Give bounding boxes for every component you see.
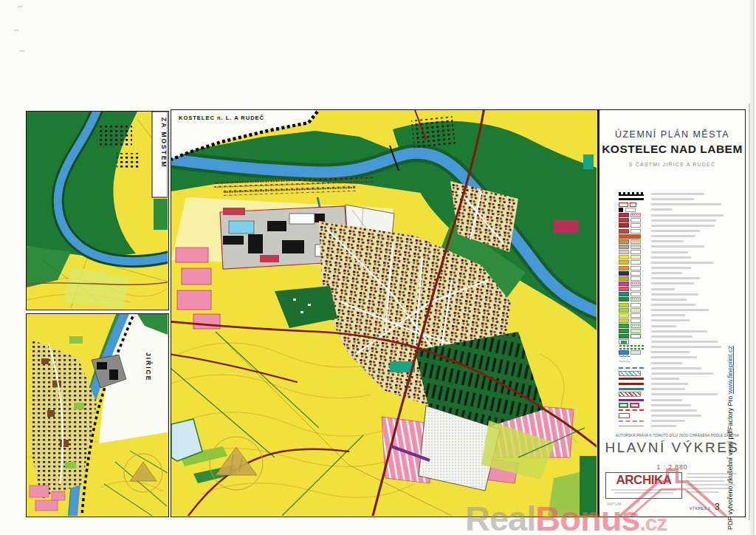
legend-swatch bbox=[630, 229, 641, 234]
fineprint-link[interactable]: www.fineprint.cz bbox=[726, 346, 734, 394]
scan-artifact bbox=[19, 50, 24, 52]
legend-swatch bbox=[630, 213, 641, 217]
legend-swatch bbox=[630, 313, 641, 318]
legend-item bbox=[619, 239, 724, 244]
pdf-note-text: PDF vytvořeno zkušební verzí pdfFactory … bbox=[726, 394, 734, 530]
legend-swatch bbox=[630, 287, 641, 291]
archika-logo: ARCHIKA bbox=[606, 473, 681, 488]
legend-label-smudge bbox=[651, 409, 697, 412]
legend-item bbox=[619, 386, 724, 392]
legend-label-smudge bbox=[651, 309, 709, 311]
legend-swatch bbox=[619, 324, 629, 328]
legend-item bbox=[619, 413, 724, 418]
legend-swatch bbox=[619, 399, 644, 401]
legend-label-smudge bbox=[651, 372, 713, 375]
legend-label-smudge bbox=[651, 193, 704, 195]
map-scale: 1 : 2 880 bbox=[599, 463, 745, 471]
legend-item bbox=[619, 207, 724, 212]
legend-swatch bbox=[630, 223, 641, 228]
logo-address-line bbox=[614, 492, 673, 494]
legend-item bbox=[619, 276, 724, 281]
legend-swatch bbox=[619, 245, 629, 249]
legend-label-smudge bbox=[651, 346, 721, 348]
legend-swatch bbox=[619, 271, 629, 276]
legend-label-smudge bbox=[651, 288, 675, 290]
legend-label-smudge bbox=[651, 262, 713, 264]
inset-top-svg: ZA MOSTEM bbox=[27, 112, 168, 309]
legend-item bbox=[619, 381, 724, 386]
legend-item bbox=[619, 197, 724, 202]
legend-item bbox=[619, 423, 724, 429]
legend-label-smudge bbox=[651, 378, 679, 380]
legend-swatch bbox=[630, 334, 641, 338]
legend-item bbox=[619, 392, 724, 397]
legend-label-smudge bbox=[651, 240, 684, 242]
legend-label-smudge bbox=[651, 351, 690, 353]
legend-swatch bbox=[630, 350, 641, 355]
legend-label-smudge bbox=[651, 214, 724, 217]
legend-label-smudge bbox=[651, 203, 721, 205]
legend-swatch bbox=[619, 213, 629, 217]
legend-swatch bbox=[619, 266, 629, 270]
legend-label-smudge bbox=[651, 251, 688, 253]
legend-swatch bbox=[630, 403, 639, 408]
datum-label: DATUM bbox=[607, 502, 622, 506]
legend-swatch bbox=[619, 392, 641, 397]
legend-swatch bbox=[619, 239, 629, 244]
legend-item bbox=[619, 418, 724, 423]
scanned-sheet: { "title_block": { "title": "ÚZEMNÍ PLÁN… bbox=[0, 0, 756, 535]
info-line bbox=[687, 491, 719, 493]
legend-label-smudge bbox=[651, 267, 691, 269]
main-map-svg: KOSTELEC n. L. A RUDEČ bbox=[171, 110, 597, 516]
info-line bbox=[687, 480, 725, 482]
legend-label-smudge bbox=[651, 367, 701, 369]
legend-swatch bbox=[619, 234, 641, 239]
legend-label-smudge bbox=[651, 219, 716, 222]
scan-artifact bbox=[14, 30, 18, 31]
legend-swatch bbox=[619, 313, 629, 318]
legend-label-smudge bbox=[651, 383, 688, 385]
legend-item bbox=[619, 397, 724, 402]
legend-label-smudge bbox=[651, 198, 694, 200]
legend-label-smudge bbox=[651, 356, 697, 358]
legend-swatch bbox=[619, 344, 644, 350]
legend-item bbox=[619, 234, 724, 239]
legend-swatch bbox=[619, 282, 629, 286]
city-title: KOSTELEC NAD LABEM bbox=[599, 143, 745, 156]
legend-label-smudge bbox=[651, 399, 682, 401]
legend-swatch bbox=[630, 250, 641, 254]
legend-swatch bbox=[619, 192, 644, 196]
logo-address-line bbox=[611, 489, 676, 491]
legend-swatch bbox=[619, 198, 644, 200]
copyright-note: AUTORSKÁ PRÁVA K TOMUTO DÍLU JSOU CHRÁNĚ… bbox=[616, 434, 729, 437]
plan-type-title: ÚZEMNÍ PLÁN MĚSTA bbox=[599, 129, 745, 140]
legend-item bbox=[619, 297, 724, 302]
legend-swatch bbox=[630, 245, 641, 249]
legend-swatch bbox=[619, 297, 629, 301]
hamlet-rudec bbox=[411, 116, 456, 149]
legend-swatch bbox=[619, 409, 644, 411]
legend-swatch bbox=[630, 271, 641, 276]
crimson-block bbox=[554, 219, 579, 233]
main-map: KOSTELEC n. L. A RUDEČ bbox=[171, 109, 598, 517]
legend-item bbox=[619, 302, 724, 307]
legend-swatch bbox=[630, 329, 641, 333]
legend-item bbox=[619, 376, 724, 381]
legend-item bbox=[619, 371, 724, 376]
legend-swatch bbox=[630, 282, 641, 286]
legend-item bbox=[619, 307, 724, 313]
legend-swatch bbox=[619, 413, 630, 418]
legend-label-smudge bbox=[651, 314, 685, 316]
legend-label-smudge bbox=[651, 404, 691, 406]
legend: ~~~~~~ bbox=[619, 191, 724, 429]
legend-item bbox=[619, 324, 724, 329]
sheet-number: 3 bbox=[715, 502, 720, 512]
legend-swatch bbox=[619, 308, 629, 313]
legend-swatch bbox=[619, 229, 629, 234]
legend-label-smudge bbox=[651, 335, 693, 338]
legend-label-smudge bbox=[651, 245, 704, 248]
legend-swatch bbox=[619, 403, 628, 408]
legend-item bbox=[619, 281, 724, 286]
info-line bbox=[687, 477, 731, 478]
inset-map-jirice: JIŘICE bbox=[26, 313, 169, 517]
